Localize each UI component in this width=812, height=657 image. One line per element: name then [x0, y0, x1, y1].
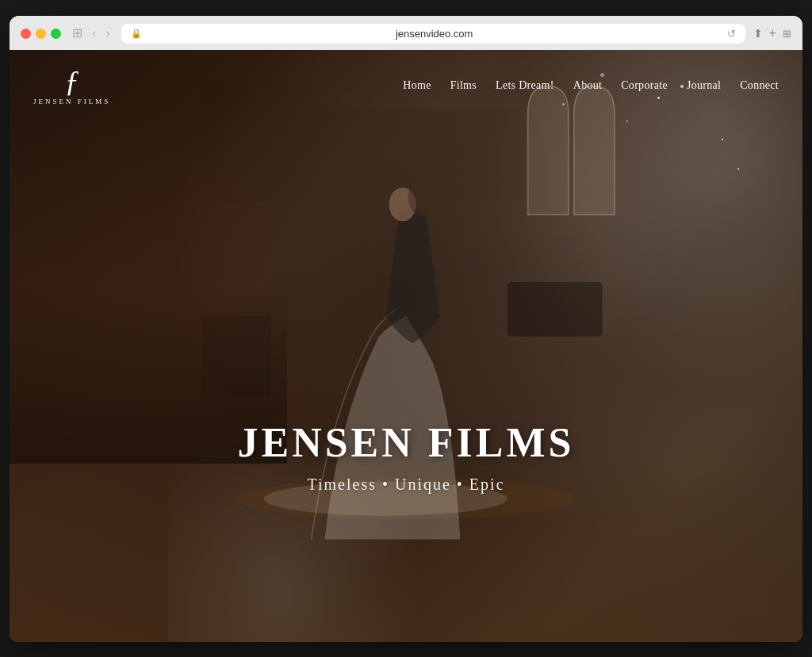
hero-title: JENSEN FILMS: [10, 419, 802, 466]
hero-content: JENSEN FILMS Timeless • Unique • Epic: [10, 419, 802, 494]
browser-actions: ⬆ + ⊞: [753, 26, 791, 40]
browser-window: ⊞ ‹ › 🔒 jensenvideo.com ↺ ⬆ + ⊞: [10, 16, 802, 642]
website-content: ƒ JENSEN FILMS Home Films Lets Dream! Ab…: [10, 50, 802, 642]
svg-rect-4: [508, 282, 603, 336]
logo-script: ƒ: [64, 66, 79, 96]
nav-corporate[interactable]: Corporate: [621, 79, 668, 92]
logo-text: JENSEN FILMS: [33, 97, 110, 105]
logo[interactable]: ƒ JENSEN FILMS: [33, 66, 110, 105]
svg-point-3: [408, 179, 439, 216]
lock-icon: 🔒: [131, 29, 142, 39]
sparkle-dot: [737, 168, 739, 170]
traffic-lights: [21, 29, 61, 39]
new-tab-icon[interactable]: +: [769, 26, 776, 40]
tabs-icon[interactable]: ⊞: [783, 28, 791, 40]
nav-journal[interactable]: Journal: [687, 79, 721, 92]
address-bar[interactable]: jensenvideo.com: [148, 28, 721, 40]
browser-chrome: ⊞ ‹ › 🔒 jensenvideo.com ↺ ⬆ + ⊞: [10, 16, 802, 50]
nav-connect[interactable]: Connect: [740, 79, 779, 92]
nav-home[interactable]: Home: [403, 79, 431, 92]
browser-controls: ⊞ ‹ ›: [69, 25, 113, 41]
navigation: ƒ JENSEN FILMS Home Films Lets Dream! Ab…: [10, 50, 802, 121]
share-icon[interactable]: ⬆: [753, 27, 763, 40]
svg-rect-5: [203, 316, 270, 397]
back-button[interactable]: ‹: [89, 25, 99, 41]
reload-icon[interactable]: ↺: [727, 28, 736, 40]
maximize-button[interactable]: [51, 29, 61, 39]
sidebar-toggle-icon[interactable]: ⊞: [69, 25, 86, 41]
nav-films[interactable]: Films: [450, 79, 477, 92]
nav-links: Home Films Lets Dream! About Corporate J…: [403, 79, 779, 92]
nav-about[interactable]: About: [573, 79, 603, 92]
forward-button[interactable]: ›: [102, 25, 113, 41]
minimize-button[interactable]: [36, 29, 46, 39]
sparkle-dot: [722, 139, 723, 140]
hero-subtitle: Timeless • Unique • Epic: [10, 476, 802, 494]
close-button[interactable]: [21, 29, 31, 39]
address-bar-container[interactable]: 🔒 jensenvideo.com ↺: [121, 24, 745, 44]
nav-lets-dream[interactable]: Lets Dream!: [496, 79, 554, 92]
